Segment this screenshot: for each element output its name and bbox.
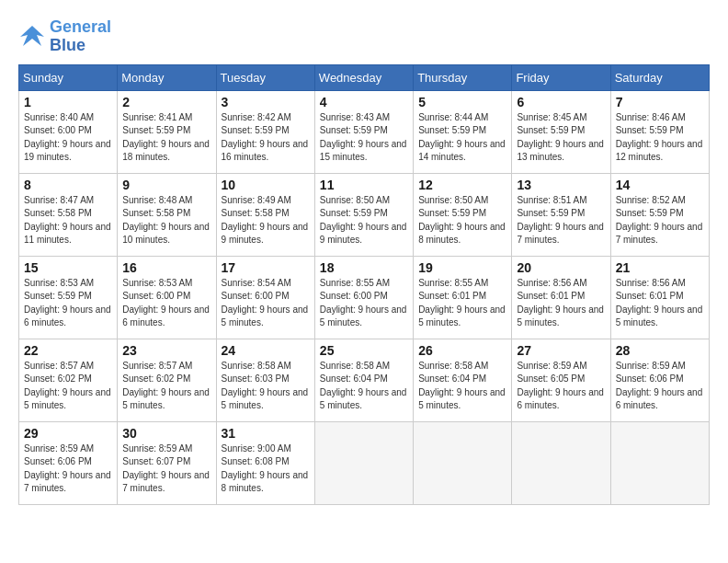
day-info: Sunrise: 8:59 AMSunset: 6:07 PMDaylight:… bbox=[122, 442, 210, 496]
day-number: 4 bbox=[320, 95, 408, 109]
day-info: Sunrise: 8:41 AMSunset: 5:59 PMDaylight:… bbox=[122, 111, 210, 165]
calendar-day-cell: 4Sunrise: 8:43 AMSunset: 5:59 PMDaylight… bbox=[314, 90, 413, 173]
calendar-day-cell: 26Sunrise: 8:58 AMSunset: 6:04 PMDayligh… bbox=[414, 339, 512, 421]
calendar-day-cell: 7Sunrise: 8:46 AMSunset: 5:59 PMDaylight… bbox=[610, 90, 709, 173]
calendar-day-cell: 10Sunrise: 8:49 AMSunset: 5:58 PMDayligh… bbox=[216, 173, 314, 256]
day-info: Sunrise: 8:58 AMSunset: 6:04 PMDaylight:… bbox=[418, 360, 506, 413]
day-number: 19 bbox=[418, 260, 506, 275]
calendar-day-cell: 24Sunrise: 8:58 AMSunset: 6:03 PMDayligh… bbox=[216, 339, 314, 421]
calendar-day-cell: 30Sunrise: 8:59 AMSunset: 6:07 PMDayligh… bbox=[118, 421, 216, 504]
day-info: Sunrise: 8:58 AMSunset: 6:04 PMDaylight:… bbox=[320, 360, 408, 413]
day-number: 15 bbox=[24, 260, 112, 275]
day-number: 31 bbox=[222, 426, 310, 441]
day-number: 10 bbox=[222, 178, 310, 192]
day-info: Sunrise: 8:54 AMSunset: 6:00 PMDaylight:… bbox=[222, 277, 310, 330]
day-number: 20 bbox=[517, 260, 605, 275]
day-info: Sunrise: 8:56 AMSunset: 6:01 PMDaylight:… bbox=[517, 277, 605, 330]
calendar-day-cell: 12Sunrise: 8:50 AMSunset: 5:59 PMDayligh… bbox=[414, 173, 512, 256]
logo-text: General Blue bbox=[50, 18, 111, 55]
day-info: Sunrise: 8:59 AMSunset: 6:06 PMDaylight:… bbox=[24, 442, 112, 496]
day-number: 22 bbox=[24, 343, 112, 358]
day-info: Sunrise: 8:42 AMSunset: 5:59 PMDaylight:… bbox=[222, 111, 310, 165]
day-number: 26 bbox=[418, 343, 506, 358]
calendar-day-cell: 11Sunrise: 8:50 AMSunset: 5:59 PMDayligh… bbox=[314, 173, 413, 256]
calendar-day-cell: 20Sunrise: 8:56 AMSunset: 6:01 PMDayligh… bbox=[512, 256, 610, 339]
day-info: Sunrise: 8:57 AMSunset: 6:02 PMDaylight:… bbox=[24, 360, 112, 413]
calendar-day-cell: 13Sunrise: 8:51 AMSunset: 5:59 PMDayligh… bbox=[512, 173, 610, 256]
day-info: Sunrise: 9:00 AMSunset: 6:08 PMDaylight:… bbox=[222, 442, 310, 496]
calendar-day-cell: 28Sunrise: 8:59 AMSunset: 6:06 PMDayligh… bbox=[610, 339, 709, 421]
day-info: Sunrise: 8:56 AMSunset: 6:01 PMDaylight:… bbox=[616, 277, 704, 330]
calendar-header-day: Thursday bbox=[414, 64, 512, 90]
calendar-header-day: Saturday bbox=[610, 64, 709, 90]
calendar-day-cell: 21Sunrise: 8:56 AMSunset: 6:01 PMDayligh… bbox=[610, 256, 709, 339]
day-info: Sunrise: 8:53 AMSunset: 6:00 PMDaylight:… bbox=[122, 277, 210, 330]
day-info: Sunrise: 8:58 AMSunset: 6:03 PMDaylight:… bbox=[222, 360, 310, 413]
calendar-day-cell: 18Sunrise: 8:55 AMSunset: 6:00 PMDayligh… bbox=[314, 256, 413, 339]
day-info: Sunrise: 8:43 AMSunset: 5:59 PMDaylight:… bbox=[320, 111, 408, 165]
calendar-day-cell: 14Sunrise: 8:52 AMSunset: 5:59 PMDayligh… bbox=[610, 173, 709, 256]
calendar-table: SundayMondayTuesdayWednesdayThursdayFrid… bbox=[18, 64, 710, 505]
day-number: 25 bbox=[320, 343, 408, 358]
calendar-day-cell bbox=[414, 421, 512, 504]
day-number: 18 bbox=[320, 260, 408, 275]
day-number: 7 bbox=[616, 95, 704, 109]
calendar-week-row: 29Sunrise: 8:59 AMSunset: 6:06 PMDayligh… bbox=[19, 421, 710, 504]
svg-marker-0 bbox=[20, 26, 44, 46]
calendar-day-cell: 6Sunrise: 8:45 AMSunset: 5:59 PMDaylight… bbox=[512, 90, 610, 173]
logo-icon bbox=[18, 24, 46, 50]
day-info: Sunrise: 8:59 AMSunset: 6:05 PMDaylight:… bbox=[517, 360, 605, 413]
day-info: Sunrise: 8:50 AMSunset: 5:59 PMDaylight:… bbox=[320, 194, 408, 247]
calendar-day-cell bbox=[314, 421, 413, 504]
calendar-week-row: 15Sunrise: 8:53 AMSunset: 5:59 PMDayligh… bbox=[19, 256, 710, 339]
calendar-day-cell: 27Sunrise: 8:59 AMSunset: 6:05 PMDayligh… bbox=[512, 339, 610, 421]
calendar-day-cell: 19Sunrise: 8:55 AMSunset: 6:01 PMDayligh… bbox=[414, 256, 512, 339]
calendar-day-cell: 2Sunrise: 8:41 AMSunset: 5:59 PMDaylight… bbox=[118, 90, 216, 173]
day-info: Sunrise: 8:51 AMSunset: 5:59 PMDaylight:… bbox=[517, 194, 605, 247]
day-number: 29 bbox=[24, 426, 112, 441]
day-number: 23 bbox=[122, 343, 210, 358]
day-info: Sunrise: 8:48 AMSunset: 5:58 PMDaylight:… bbox=[122, 194, 210, 247]
calendar-day-cell: 15Sunrise: 8:53 AMSunset: 5:59 PMDayligh… bbox=[19, 256, 118, 339]
day-info: Sunrise: 8:50 AMSunset: 5:59 PMDaylight:… bbox=[418, 194, 506, 247]
day-number: 1 bbox=[24, 95, 112, 109]
calendar-header-day: Friday bbox=[512, 64, 610, 90]
day-number: 16 bbox=[122, 260, 210, 275]
calendar-day-cell: 22Sunrise: 8:57 AMSunset: 6:02 PMDayligh… bbox=[19, 339, 118, 421]
day-number: 27 bbox=[517, 343, 605, 358]
day-number: 28 bbox=[616, 343, 704, 358]
day-info: Sunrise: 8:44 AMSunset: 5:59 PMDaylight:… bbox=[418, 111, 506, 165]
calendar-header-day: Wednesday bbox=[314, 64, 413, 90]
calendar-day-cell: 23Sunrise: 8:57 AMSunset: 6:02 PMDayligh… bbox=[118, 339, 216, 421]
page-header: General Blue bbox=[18, 18, 710, 55]
day-number: 30 bbox=[122, 426, 210, 441]
day-info: Sunrise: 8:40 AMSunset: 6:00 PMDaylight:… bbox=[24, 111, 112, 165]
calendar-day-cell: 16Sunrise: 8:53 AMSunset: 6:00 PMDayligh… bbox=[118, 256, 216, 339]
day-info: Sunrise: 8:46 AMSunset: 5:59 PMDaylight:… bbox=[616, 111, 704, 165]
day-number: 3 bbox=[222, 95, 310, 109]
day-number: 13 bbox=[517, 178, 605, 192]
day-number: 21 bbox=[616, 260, 704, 275]
calendar-day-cell: 3Sunrise: 8:42 AMSunset: 5:59 PMDaylight… bbox=[216, 90, 314, 173]
calendar-day-cell: 5Sunrise: 8:44 AMSunset: 5:59 PMDaylight… bbox=[414, 90, 512, 173]
calendar-day-cell: 1Sunrise: 8:40 AMSunset: 6:00 PMDaylight… bbox=[19, 90, 118, 173]
calendar-day-cell: 8Sunrise: 8:47 AMSunset: 5:58 PMDaylight… bbox=[19, 173, 118, 256]
day-number: 5 bbox=[418, 95, 506, 109]
calendar-day-cell: 31Sunrise: 9:00 AMSunset: 6:08 PMDayligh… bbox=[216, 421, 314, 504]
calendar-week-row: 22Sunrise: 8:57 AMSunset: 6:02 PMDayligh… bbox=[19, 339, 710, 421]
day-number: 12 bbox=[418, 178, 506, 192]
day-number: 2 bbox=[122, 95, 210, 109]
day-info: Sunrise: 8:53 AMSunset: 5:59 PMDaylight:… bbox=[24, 277, 112, 330]
day-info: Sunrise: 8:49 AMSunset: 5:58 PMDaylight:… bbox=[222, 194, 310, 247]
calendar-header-day: Tuesday bbox=[216, 64, 314, 90]
calendar-day-cell bbox=[610, 421, 709, 504]
calendar-day-cell: 9Sunrise: 8:48 AMSunset: 5:58 PMDaylight… bbox=[118, 173, 216, 256]
day-info: Sunrise: 8:55 AMSunset: 6:00 PMDaylight:… bbox=[320, 277, 408, 330]
day-number: 17 bbox=[222, 260, 310, 275]
day-info: Sunrise: 8:45 AMSunset: 5:59 PMDaylight:… bbox=[517, 111, 605, 165]
calendar-day-cell: 25Sunrise: 8:58 AMSunset: 6:04 PMDayligh… bbox=[314, 339, 413, 421]
day-number: 8 bbox=[24, 178, 112, 192]
calendar-day-cell: 17Sunrise: 8:54 AMSunset: 6:00 PMDayligh… bbox=[216, 256, 314, 339]
logo: General Blue bbox=[18, 18, 111, 55]
day-info: Sunrise: 8:47 AMSunset: 5:58 PMDaylight:… bbox=[24, 194, 112, 247]
